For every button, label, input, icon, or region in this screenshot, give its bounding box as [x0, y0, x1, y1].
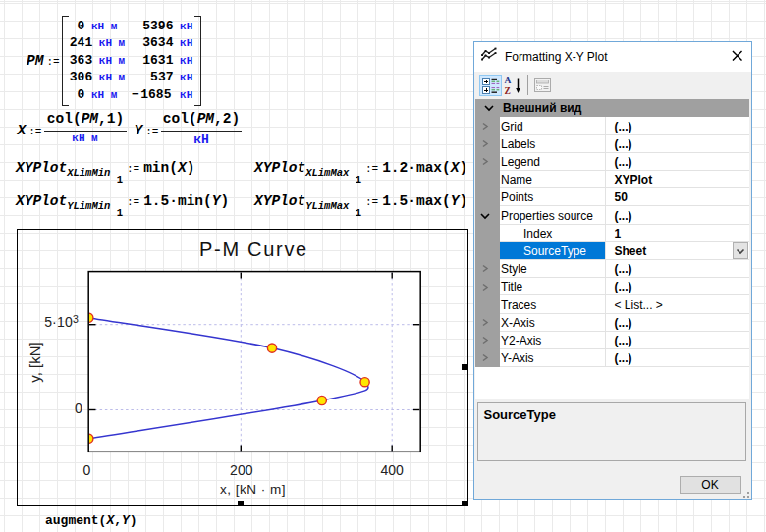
svg-text:A: A: [505, 76, 512, 85]
svg-text:Z: Z: [505, 86, 511, 96]
